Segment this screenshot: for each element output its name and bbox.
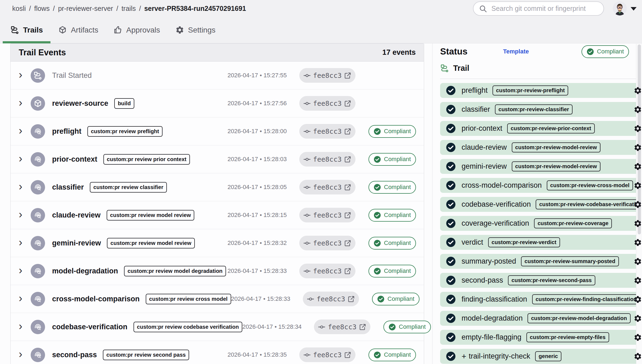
expand-chevron-icon[interactable]: › [19, 69, 27, 82]
commit-chip[interactable]: fee8cc3 [299, 264, 355, 278]
gear-icon[interactable] [634, 295, 642, 304]
search-bar[interactable] [473, 1, 604, 16]
trail-section-label: Trail [453, 64, 469, 73]
trail-attestation-row[interactable]: finding-classification custom:pr-review-… [440, 292, 642, 307]
commit-chip[interactable]: fee8cc3 [299, 152, 355, 167]
event-tag: build [114, 98, 134, 109]
expand-chevron-icon[interactable]: › [19, 153, 27, 165]
gear-icon[interactable] [634, 333, 642, 341]
commit-chip[interactable]: fee8cc3 [299, 180, 355, 194]
trail-attestation-row[interactable]: model-degradation custom:pr-review-model… [440, 311, 642, 326]
commit-hash: fee8cc3 [313, 72, 342, 79]
expand-chevron-icon[interactable]: › [19, 181, 27, 193]
trail-attestation-row[interactable]: codebase-verification custom:pr-review-c… [440, 197, 642, 212]
template-link[interactable]: Template [503, 48, 529, 55]
gear-icon[interactable] [634, 276, 642, 285]
commit-chip[interactable]: fee8cc3 [299, 124, 355, 139]
compliance-badge: Compliant [368, 265, 416, 277]
gear-icon[interactable] [634, 124, 642, 133]
trail-attestation-row[interactable]: verdict custom:pr-review-verdict [440, 235, 642, 250]
trail-event-row[interactable]: › gemini-review custom:pr review model r… [11, 229, 424, 257]
gear-icon[interactable] [634, 181, 642, 190]
gear-icon[interactable] [634, 200, 642, 209]
attestation-type-tag: custom:pr-review-verdict [488, 237, 560, 247]
gear-icon[interactable] [634, 314, 642, 323]
breadcrumb-segment[interactable]: trails [122, 5, 136, 12]
attestation-name: finding-classification [462, 295, 527, 304]
compliance-slot: Compliant [368, 209, 416, 222]
compliant-check-icon [374, 212, 381, 219]
trail-attestation-row[interactable]: second-pass custom:pr-review-second-pass [440, 273, 642, 288]
trail-event-row[interactable]: › Trail Started 2026-04-17 • 15:27:55 fe… [11, 62, 424, 90]
trail-attestation-row[interactable]: coverage-verification custom:pr-review-c… [440, 216, 642, 231]
thumbs-up-icon [113, 25, 122, 34]
expand-chevron-icon[interactable]: › [19, 265, 27, 277]
tab-artifacts[interactable]: Artifacts [50, 17, 106, 43]
trail-event-row[interactable]: › codebase-verification custom:pr review… [11, 313, 424, 341]
git-commit-icon [303, 184, 311, 191]
trail-attestation-row[interactable]: + trail-integrity-check generic [440, 349, 642, 364]
search-input[interactable] [491, 4, 598, 13]
breadcrumb-segment[interactable]: pr-reviewer-server [58, 5, 113, 12]
trail-attestation-row[interactable]: prior-context custom:pr-review-prior-con… [440, 121, 642, 136]
tab-approvals[interactable]: Approvals [106, 17, 168, 43]
trail-event-row[interactable]: › reviewer-source build 2026-04-17 • 15:… [11, 90, 424, 117]
gear-icon [175, 25, 184, 34]
gear-icon[interactable] [634, 105, 642, 114]
trail-event-row[interactable]: › second-pass custom:pr review second pa… [11, 341, 424, 364]
event-timestamp: 2026-04-17 • 15:28:33 [228, 267, 287, 274]
commit-chip[interactable]: fee8cc3 [299, 208, 355, 222]
expand-chevron-icon[interactable]: › [19, 321, 27, 333]
trail-attestation-row[interactable]: gemini-review custom:pr-review-model-rev… [440, 159, 642, 174]
breadcrumb-segment[interactable]: flows [34, 5, 50, 12]
attestation-name: codebase-verification [462, 200, 531, 209]
expand-chevron-icon[interactable]: › [19, 97, 27, 110]
trail-attestation-row[interactable]: preflight custom:pr-review-preflight [440, 83, 642, 98]
expand-chevron-icon[interactable]: › [19, 349, 27, 361]
gear-icon[interactable] [634, 257, 642, 266]
event-timestamp: 2026-04-17 • 15:27:56 [228, 100, 287, 107]
commit-chip[interactable]: fee8cc3 [299, 96, 355, 111]
expand-chevron-icon[interactable]: › [19, 125, 27, 138]
trail-event-row[interactable]: › preflight custom:pr review preflight 2… [11, 117, 424, 145]
commit-chip[interactable]: fee8cc3 [299, 236, 355, 250]
attestation-type-tag: custom:pr-review-finding-classification [532, 294, 640, 304]
trail-attestation-row[interactable]: summary-posted custom:pr-review-summary-… [440, 254, 642, 269]
commit-hash: fee8cc3 [313, 267, 342, 275]
breadcrumb-segment[interactable]: kosli [12, 5, 26, 12]
event-timestamp: 2026-04-17 • 15:28:34 [242, 323, 301, 330]
trail-attestation-row[interactable]: claude-review custom:pr-review-model-rev… [440, 140, 642, 155]
status-panel-title: Status [440, 46, 503, 57]
trail-event-row[interactable]: › classifier custom:pr review classifier… [11, 173, 424, 201]
gear-icon[interactable] [634, 162, 642, 171]
compliant-check-icon [446, 218, 456, 228]
user-avatar[interactable] [613, 1, 627, 15]
trail-attestation-row[interactable]: classifier custom:pr-review-classifier [440, 102, 642, 117]
trail-attestation-row[interactable]: cross-model-comparison custom:pr-review-… [440, 178, 642, 193]
trail-event-row[interactable]: › claude-review custom:pr review model r… [11, 201, 424, 229]
gear-icon[interactable] [634, 219, 642, 228]
gear-icon[interactable] [634, 143, 642, 152]
tab-trails[interactable]: Trails [3, 17, 50, 43]
event-tag: custom:pr review cross model [146, 294, 231, 304]
tab-settings[interactable]: Settings [168, 17, 223, 43]
commit-chip[interactable]: fee8cc3 [299, 68, 355, 83]
user-menu-caret-icon[interactable] [631, 7, 637, 11]
expand-chevron-icon[interactable]: › [19, 293, 27, 305]
commit-chip[interactable]: fee8cc3 [299, 347, 355, 362]
expand-chevron-icon[interactable]: › [19, 237, 27, 249]
expand-chevron-icon[interactable]: › [19, 209, 27, 221]
commit-chip[interactable]: fee8cc3 [314, 320, 370, 334]
trail-event-row[interactable]: › model-degradation custom:pr review mod… [11, 257, 424, 285]
trail-event-row[interactable]: › prior-context custom:pr review prior c… [11, 145, 424, 173]
trail-event-row[interactable]: › cross-model-comparison custom:pr revie… [11, 285, 424, 313]
commit-chip[interactable]: fee8cc3 [303, 292, 359, 306]
trail-attestation-row[interactable]: empty-file-flagging custom:pr-review-emp… [440, 330, 642, 345]
external-link-icon [344, 100, 351, 107]
compliance-slot: Compliant [372, 293, 419, 305]
compliance-label: Compliant [384, 128, 411, 135]
top-bar: kosli/flows/pr-reviewer-server/trails/se… [0, 0, 642, 17]
gear-icon[interactable] [634, 352, 642, 360]
gear-icon[interactable] [634, 238, 642, 247]
gear-icon[interactable] [634, 86, 642, 95]
